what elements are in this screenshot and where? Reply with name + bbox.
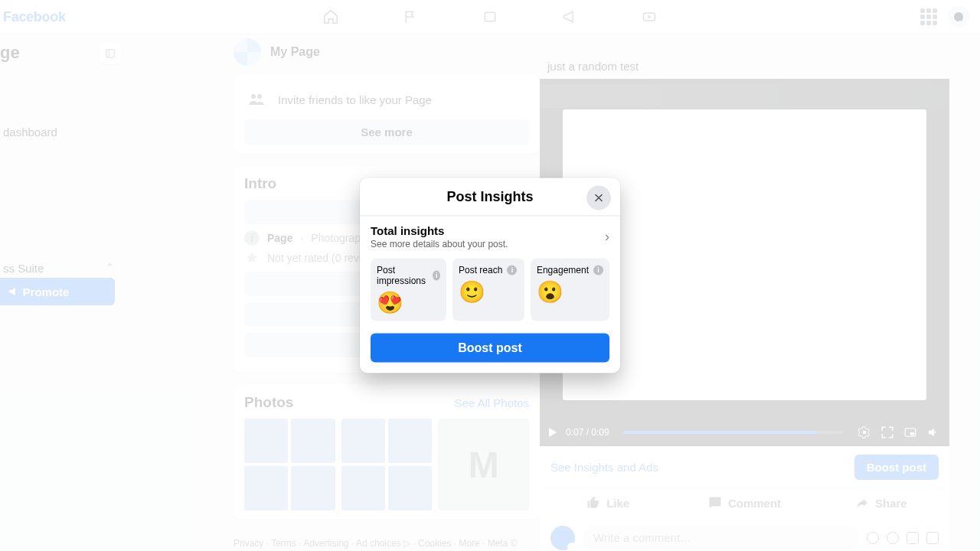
post-insights-modal: Post Insights Total insights See more de… <box>360 178 620 373</box>
metric-label: Post reach <box>459 265 502 276</box>
smile-emoji-icon: 🙂 <box>459 282 518 303</box>
info-icon[interactable]: i <box>507 265 517 275</box>
metric-label: Engagement <box>537 265 589 276</box>
metric-label: Post impressions <box>377 265 428 286</box>
modal-header: Post Insights <box>360 178 620 217</box>
total-insights-subtitle: See more details about your post. <box>371 239 508 249</box>
close-icon[interactable] <box>586 186 611 210</box>
heart-eyes-emoji-icon: 😍 <box>377 292 440 314</box>
info-icon[interactable]: i <box>433 270 440 280</box>
chevron-right-icon: › <box>605 229 609 245</box>
metric-impressions[interactable]: Post impressions i 😍 <box>371 259 446 321</box>
total-insights-row[interactable]: Total insights See more details about yo… <box>371 224 609 249</box>
wow-emoji-icon: 😮 <box>537 282 603 303</box>
modal-body: Total insights See more details about yo… <box>360 217 620 324</box>
modal-title: Post Insights <box>446 189 533 205</box>
modal-footer: Boost post <box>360 324 620 373</box>
metric-reach[interactable]: Post reach i 🙂 <box>452 259 524 321</box>
boost-post-button[interactable]: Boost post <box>371 334 609 363</box>
total-insights-title: Total insights <box>371 224 508 237</box>
info-icon[interactable]: i <box>593 265 603 275</box>
metrics-row: Post impressions i 😍 Post reach i 🙂 Enga… <box>371 259 609 321</box>
metric-engagement[interactable]: Engagement i 😮 <box>531 259 609 321</box>
